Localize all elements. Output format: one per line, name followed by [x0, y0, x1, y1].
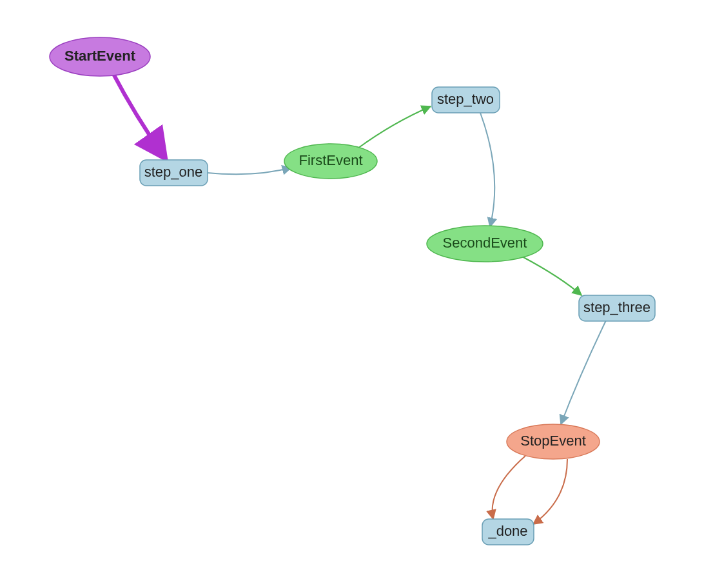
node-second-event[interactable]: SecondEvent: [427, 226, 543, 262]
node-stop-event[interactable]: StopEvent: [507, 424, 600, 459]
node-done[interactable]: _done: [482, 519, 534, 545]
edge-stop-event-to-done-right: [533, 459, 567, 524]
node-start-event[interactable]: StartEvent: [50, 37, 150, 76]
stop-event-label: StopEvent: [520, 433, 586, 449]
first-event-label: FirstEvent: [298, 152, 362, 168]
start-event-label: StartEvent: [64, 48, 136, 64]
edge-start-to-step-one: [113, 73, 166, 160]
node-step-two[interactable]: step_two: [432, 87, 500, 113]
done-label: _done: [487, 523, 527, 539]
edge-stop-event-to-done-left: [493, 456, 525, 519]
step-two-label: step_two: [437, 91, 494, 107]
edge-step-two-to-second-event: [480, 113, 494, 227]
edge-step-one-to-first-event: [207, 168, 291, 174]
edge-first-event-to-step-two: [358, 106, 431, 148]
step-one-label: step_one: [144, 164, 203, 180]
workflow-diagram: StartEvent step_one FirstEvent step_two …: [0, 0, 704, 588]
node-step-one[interactable]: step_one: [140, 160, 208, 186]
edge-second-event-to-step-three: [522, 257, 582, 295]
edge-step-three-to-stop-event: [561, 320, 606, 424]
node-step-three[interactable]: step_three: [579, 295, 655, 321]
node-first-event[interactable]: FirstEvent: [284, 144, 377, 179]
second-event-label: SecondEvent: [443, 235, 527, 251]
step-three-label: step_three: [583, 299, 650, 315]
